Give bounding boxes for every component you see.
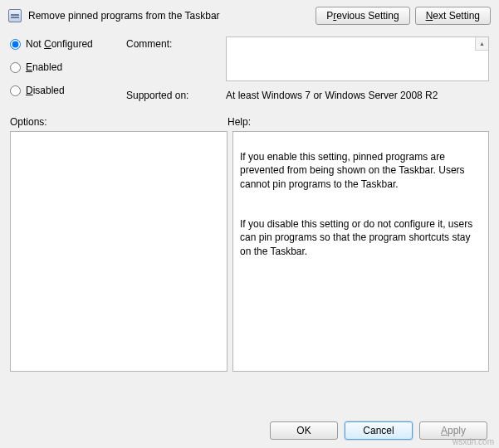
- radio-enabled-label: Enabled: [26, 61, 62, 73]
- comment-textarea[interactable]: ▲: [226, 37, 489, 81]
- policy-icon: [8, 9, 22, 22]
- radio-enabled[interactable]: Enabled: [10, 61, 126, 73]
- header-bar: Remove pinned programs from the Taskbar …: [0, 0, 499, 30]
- watermark: wsxdn.com: [453, 437, 494, 446]
- next-setting-button[interactable]: Next Setting: [415, 7, 491, 25]
- policy-editor-window: Remove pinned programs from the Taskbar …: [0, 0, 499, 448]
- comment-label: Comment:: [126, 37, 226, 50]
- radio-disabled-label: Disabled: [26, 85, 65, 96]
- help-label: Help:: [227, 116, 489, 128]
- cancel-button[interactable]: Cancel: [345, 421, 413, 440]
- state-radio-group: Not Configured Enabled Disabled: [10, 37, 126, 96]
- radio-disabled-input[interactable]: [10, 85, 21, 96]
- help-pane[interactable]: If you enable this setting, pinned progr…: [232, 131, 489, 372]
- nav-buttons: Previous Setting Next Setting: [316, 7, 491, 25]
- radio-not-configured-label: Not Configured: [26, 38, 93, 50]
- policy-title: Remove pinned programs from the Taskbar: [28, 10, 309, 22]
- supported-on-value: At least Windows 7 or Windows Server 200…: [226, 86, 489, 101]
- options-pane[interactable]: [10, 131, 227, 372]
- radio-enabled-input[interactable]: [10, 62, 21, 73]
- ok-button[interactable]: OK: [270, 421, 338, 440]
- help-text: If you enable this setting, pinned progr…: [240, 151, 472, 256]
- radio-not-configured-input[interactable]: [10, 39, 21, 50]
- previous-setting-button[interactable]: Previous Setting: [316, 7, 409, 25]
- radio-disabled[interactable]: Disabled: [10, 85, 126, 96]
- scroll-up-icon[interactable]: ▲: [475, 37, 488, 51]
- radio-not-configured[interactable]: Not Configured: [10, 38, 126, 50]
- options-label: Options:: [10, 116, 227, 128]
- supported-on-label: Supported on:: [126, 86, 226, 101]
